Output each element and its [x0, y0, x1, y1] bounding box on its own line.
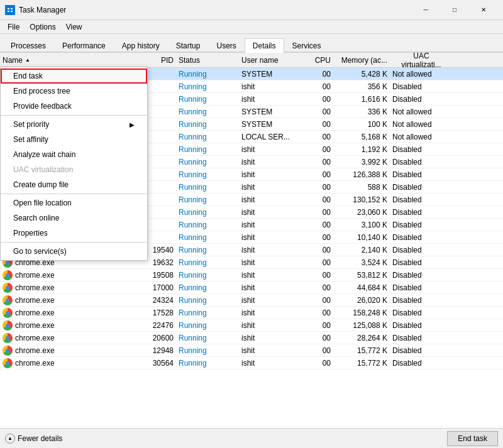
menu-item-view[interactable]: View [61, 21, 87, 33]
cell-user: ishit [239, 258, 302, 267]
context-menu-item-create-dump-file[interactable]: Create dump file [1, 177, 147, 192]
context-menu-item-label: Provide feedback [13, 102, 72, 111]
context-menu-separator [1, 242, 147, 243]
cell-memory: 26,020 K [333, 296, 390, 305]
cell-cpu: 00 [302, 195, 333, 204]
sort-name-button[interactable]: Name ▲ [3, 56, 136, 65]
col-header-user[interactable]: User name [239, 56, 302, 65]
cell-cpu: 00 [302, 321, 333, 330]
sort-status-button[interactable]: Status [179, 56, 236, 65]
cell-name: chrome.exe [0, 346, 138, 356]
context-menu-item-open-file-location[interactable]: Open file location [1, 195, 147, 210]
context-menu-separator [1, 115, 147, 116]
sort-user-button[interactable]: User name [241, 56, 299, 65]
cell-memory: 23,060 K [333, 208, 390, 217]
context-menu-item-uac-virtualization: UAC virtualization [1, 162, 147, 177]
context-menu-item-properties[interactable]: Properties [1, 226, 147, 241]
table-row[interactable]: chrome.exe22476Runningishit00125,088 KDi… [0, 319, 503, 332]
context-menu-item-label: Set affinity [13, 135, 48, 144]
cell-cpu: 00 [302, 246, 333, 254]
minimize-button[interactable]: ─ [411, 0, 440, 20]
table-row[interactable]: chrome.exe24324Runningishit0026,020 KDis… [0, 294, 503, 307]
context-menu-item-provide-feedback[interactable]: Provide feedback [1, 99, 147, 114]
context-menu-item-search-online[interactable]: Search online [1, 210, 147, 226]
menu-item-file[interactable]: File [3, 21, 25, 33]
cell-user: ishit [239, 95, 302, 104]
cell-memory: 1,192 K [333, 145, 390, 154]
context-menu-item-label: UAC virtualization [13, 165, 73, 174]
sort-uac-button[interactable]: UAC virtualizati... [392, 52, 450, 69]
cell-uac: Disabled [390, 359, 453, 368]
cell-user: ishit [239, 233, 302, 242]
fewer-details-button[interactable]: ▲ Fewer details [5, 434, 62, 444]
cell-uac: Disabled [390, 208, 453, 217]
context-menu-item-label: Search online [13, 214, 59, 222]
tab-services[interactable]: Services [284, 38, 329, 53]
table-row[interactable]: chrome.exe12948Runningishit0015,772 KDis… [0, 344, 503, 357]
tab-processes[interactable]: Processes [3, 38, 54, 53]
chrome-icon [3, 333, 13, 343]
cell-user: ishit [239, 183, 302, 192]
cell-memory: 158,248 K [333, 309, 390, 317]
table-row[interactable]: chrome.exe19508Runningishit0053,812 KDis… [0, 269, 503, 281]
chrome-icon [3, 308, 13, 318]
table-row[interactable]: chrome.exe17528Runningishit00158,248 KDi… [0, 307, 503, 319]
close-button[interactable]: ✕ [469, 0, 498, 20]
chrome-icon [3, 283, 13, 293]
chrome-icon [3, 270, 13, 280]
context-menu-item-end-task[interactable]: End task [1, 68, 147, 84]
cell-pid: 12948 [138, 346, 176, 355]
chrome-icon [3, 346, 13, 356]
cell-memory: 15,772 K [333, 359, 390, 368]
cell-status: Running [176, 208, 239, 217]
cell-cpu: 00 [302, 120, 333, 129]
cell-status: Running [176, 283, 239, 292]
cell-uac: Disabled [390, 334, 453, 342]
tab-startup[interactable]: Startup [168, 38, 209, 53]
cell-status: Running [176, 346, 239, 355]
table-row[interactable]: chrome.exe30564Runningishit0015,772 KDis… [0, 357, 503, 369]
context-menu-item-set-affinity[interactable]: Set affinity [1, 132, 147, 147]
cell-cpu: 00 [302, 95, 333, 104]
cell-cpu: 00 [302, 334, 333, 342]
table-row[interactable]: chrome.exe20600Runningishit0028,264 KDis… [0, 332, 503, 344]
context-menu-item-label: Create dump file [13, 180, 69, 189]
cell-status: Running [176, 246, 239, 254]
col-header-status[interactable]: Status [176, 56, 239, 65]
context-menu-item-set-priority[interactable]: Set priority▶ [1, 117, 147, 132]
cell-memory: 356 K [333, 82, 390, 91]
end-task-button[interactable]: End task [447, 431, 498, 446]
cell-memory: 3,992 K [333, 158, 390, 167]
col-header-cpu[interactable]: CPU [302, 56, 333, 65]
menu-item-options[interactable]: Options [25, 21, 60, 33]
cell-user: LOCAL SER... [239, 133, 302, 141]
col-header-name[interactable]: Name ▲ [0, 56, 138, 65]
tab-app-history[interactable]: App history [114, 38, 168, 53]
cell-status: Running [176, 334, 239, 342]
tab-performance[interactable]: Performance [54, 38, 114, 53]
cell-name: chrome.exe [0, 295, 138, 305]
context-menu-item-analyze-wait-chain[interactable]: Analyze wait chain [1, 147, 147, 162]
sort-memory-button[interactable]: Memory (ac... [336, 56, 387, 65]
cell-pid: 17000 [138, 283, 176, 292]
restore-button[interactable]: □ [440, 0, 469, 20]
tab-users[interactable]: Users [208, 38, 244, 53]
context-menu: End taskEnd process treeProvide feedback… [0, 67, 148, 261]
context-menu-item-end-process-tree[interactable]: End process tree [1, 84, 147, 99]
context-menu-item-go-to-service[interactable]: Go to service(s) [1, 244, 147, 259]
sort-pid-button[interactable]: PID [141, 56, 174, 65]
table-row[interactable]: chrome.exe17000Runningishit0044,684 KDis… [0, 281, 503, 294]
tab-details[interactable]: Details [245, 38, 284, 53]
col-header-uac[interactable]: UAC virtualizati... [390, 52, 453, 69]
cell-cpu: 00 [302, 309, 333, 317]
cell-memory: 5,168 K [333, 133, 390, 141]
col-header-memory[interactable]: Memory (ac... [333, 56, 390, 65]
col-header-pid[interactable]: PID [138, 56, 176, 65]
context-menu-separator [1, 194, 147, 194]
cell-cpu: 00 [302, 133, 333, 141]
tabbar: ProcessesPerformanceApp historyStartupUs… [0, 34, 503, 53]
cell-uac: Disabled [390, 170, 453, 179]
cell-uac: Not allowed [390, 107, 453, 116]
cell-uac: Disabled [390, 258, 453, 267]
sort-cpu-button[interactable]: CPU [304, 56, 331, 65]
